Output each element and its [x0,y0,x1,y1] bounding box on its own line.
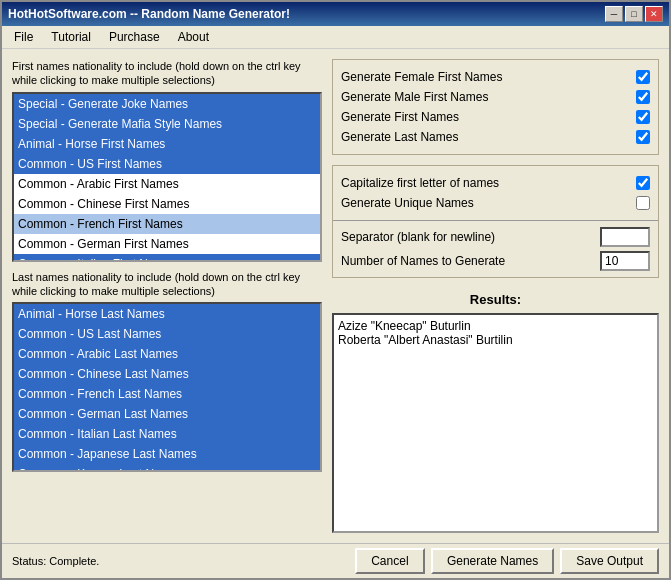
list-item[interactable]: Common - German Last Names [14,404,320,424]
results-label: Results: [332,292,659,307]
checkbox-label: Generate Last Names [341,130,458,144]
separator-input[interactable] [600,227,650,247]
list-item[interactable]: Common - French First Names [14,214,320,234]
number-label: Number of Names to Generate [341,254,505,268]
menu-tutorial[interactable]: Tutorial [43,28,99,46]
save-button[interactable]: Save Output [560,548,659,574]
title-bar: HotHotSoftware.com -- Random Name Genera… [2,2,669,26]
title-controls: ─ □ ✕ [605,6,663,22]
window-title: HotHotSoftware.com -- Random Name Genera… [8,7,290,21]
checkbox-input[interactable] [636,176,650,190]
list-item[interactable]: Common - Arabic First Names [14,174,320,194]
number-row: Number of Names to Generate [333,249,658,273]
checkbox-section-2: Capitalize first letter of namesGenerate… [332,165,659,278]
list-item[interactable]: Common - German First Names [14,234,320,254]
minimize-button[interactable]: ─ [605,6,623,22]
menu-purchase[interactable]: Purchase [101,28,168,46]
separator-label: Separator (blank for newline) [341,230,495,244]
list-item[interactable]: Common - Italian Last Names [14,424,320,444]
maximize-button[interactable]: □ [625,6,643,22]
menu-about[interactable]: About [170,28,217,46]
checkbox-row: Generate Male First Names [341,90,650,104]
checkbox-label: Capitalize first letter of names [341,176,499,190]
right-panel: Generate Female First NamesGenerate Male… [332,59,659,533]
list-item[interactable]: Special - Generate Joke Names [14,94,320,114]
checkbox-row: Generate Last Names [341,130,650,144]
checkbox-input[interactable] [636,130,650,144]
checkbox-input[interactable] [636,70,650,84]
list-item[interactable]: Common - US Last Names [14,324,320,344]
checkbox-label: Generate Unique Names [341,196,474,210]
status-bar: Status: Complete. [12,555,99,567]
list-item[interactable]: Common - Italian First Names [14,254,320,262]
checkbox-input[interactable] [636,90,650,104]
list-item[interactable]: Common - US First Names [14,154,320,174]
checkbox-section-1: Generate Female First NamesGenerate Male… [332,59,659,155]
checkbox-row: Capitalize first letter of names [341,176,650,190]
last-names-listbox[interactable]: Animal - Horse Last NamesCommon - US Las… [12,302,322,472]
checkbox-row: Generate Female First Names [341,70,650,84]
list-item[interactable]: Animal - Horse First Names [14,134,320,154]
checkbox-label: Generate Female First Names [341,70,502,84]
close-button[interactable]: ✕ [645,6,663,22]
number-input[interactable] [600,251,650,271]
checkbox-input[interactable] [636,110,650,124]
list-item[interactable]: Common - French Last Names [14,384,320,404]
main-content: First names nationality to include (hold… [2,49,669,543]
list-item[interactable]: Common - Chinese First Names [14,194,320,214]
menu-bar: File Tutorial Purchase About [2,26,669,49]
checkbox-group-1: Generate Female First NamesGenerate Male… [333,64,658,150]
checkbox-input[interactable] [636,196,650,210]
results-box[interactable]: Azize "Kneecap" Buturlin Roberta "Albert… [332,313,659,533]
generate-button[interactable]: Generate Names [431,548,554,574]
separator-row: Separator (blank for newline) [333,225,658,249]
first-names-section: First names nationality to include (hold… [12,59,322,262]
list-item[interactable]: Special - Generate Mafia Style Names [14,114,320,134]
left-panel: First names nationality to include (hold… [12,59,322,533]
checkbox-label: Generate First Names [341,110,459,124]
checkbox-row: Generate Unique Names [341,196,650,210]
cancel-button[interactable]: Cancel [355,548,425,574]
last-names-label: Last names nationality to include (hold … [12,270,322,299]
list-item[interactable]: Common - Arabic Last Names [14,344,320,364]
list-item[interactable]: Animal - Horse Last Names [14,304,320,324]
first-names-listbox[interactable]: Special - Generate Joke NamesSpecial - G… [12,92,322,262]
results-text: Azize "Kneecap" Buturlin Roberta "Albert… [338,319,653,347]
list-item[interactable]: Common - Korean Last Names [14,464,320,472]
last-names-section: Last names nationality to include (hold … [12,270,322,473]
menu-file[interactable]: File [6,28,41,46]
list-item[interactable]: Common - Japanese Last Names [14,444,320,464]
checkbox-row: Generate First Names [341,110,650,124]
checkbox-label: Generate Male First Names [341,90,488,104]
first-names-label: First names nationality to include (hold… [12,59,322,88]
list-item[interactable]: Common - Chinese Last Names [14,364,320,384]
checkbox-group-2: Capitalize first letter of namesGenerate… [333,170,658,216]
main-window: HotHotSoftware.com -- Random Name Genera… [0,0,671,580]
